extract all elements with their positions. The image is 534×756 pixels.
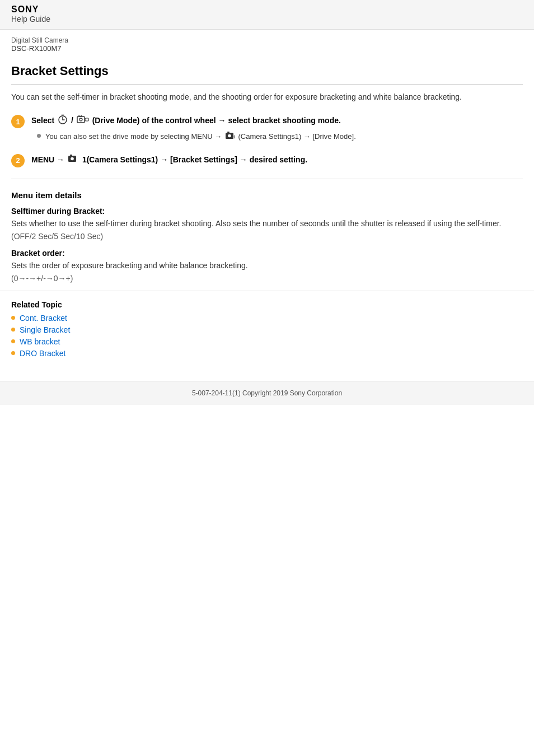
svg-rect-4 bbox=[77, 116, 85, 123]
menu-item-selftimer: Selftimer during Bracket: Sets whether t… bbox=[11, 207, 523, 241]
selftimer-title: Selftimer during Bracket: bbox=[11, 207, 523, 216]
bracket-order-desc: Sets the order of exposure bracketing an… bbox=[11, 260, 523, 272]
related-bullet-3 bbox=[11, 351, 15, 355]
breadcrumb: Digital Still Camera DSC-RX100M7 bbox=[0, 30, 534, 53]
copyright-text: 5-007-204-11(1) Copyright 2019 Sony Corp… bbox=[192, 389, 342, 397]
related-bullet-2 bbox=[11, 339, 15, 343]
step-1: 1 Select / bbox=[11, 114, 523, 143]
page-title: Bracket Settings bbox=[11, 64, 523, 85]
help-guide-label: Help Guide bbox=[11, 15, 523, 24]
step-2-number: 2 bbox=[11, 154, 25, 167]
step-1-suffix: (Drive Mode) of the control wheel → sele… bbox=[92, 116, 341, 125]
menu-item-bracket-order: Bracket order: Sets the order of exposur… bbox=[11, 249, 523, 283]
svg-rect-7 bbox=[79, 115, 82, 117]
svg-point-9 bbox=[228, 134, 231, 138]
svg-text:1: 1 bbox=[233, 135, 235, 139]
intro-text: You can set the self-timer in bracket sh… bbox=[11, 91, 523, 103]
divider-1 bbox=[11, 179, 523, 179]
related-item-3: DRO Bracket bbox=[11, 349, 523, 358]
step-1-content: Select / bbox=[31, 114, 523, 143]
footer: 5-007-204-11(1) Copyright 2019 Sony Corp… bbox=[0, 381, 534, 405]
step-1-note-bullet bbox=[37, 134, 41, 138]
related-link-dro-bracket[interactable]: DRO Bracket bbox=[20, 349, 65, 358]
related-link-cont-bracket[interactable]: Cont. Bracket bbox=[20, 314, 67, 323]
camera-model: DSC-RX100M7 bbox=[11, 44, 523, 53]
step-1-number: 1 bbox=[11, 115, 25, 128]
selftimer-values: (OFF/2 Sec/5 Sec/10 Sec) bbox=[11, 232, 523, 241]
related-bullet-0 bbox=[11, 316, 15, 320]
step-2-suffix: 1(Camera Settings1) → [Bracket Settings]… bbox=[82, 155, 307, 164]
step-1-slash: / bbox=[71, 116, 73, 125]
menu-details-section: Menu item details Selftimer during Brack… bbox=[11, 190, 523, 283]
svg-rect-14 bbox=[70, 155, 72, 156]
step-2-content: MENU → 1(Camera Settings1) → [Bracket Se… bbox=[31, 153, 523, 166]
drive-mode-icon bbox=[77, 114, 89, 128]
camera-settings1-icon-note: 1 bbox=[225, 131, 235, 143]
header: SONY Help Guide bbox=[0, 0, 534, 30]
related-link-single-bracket[interactable]: Single Bracket bbox=[20, 325, 70, 334]
related-bullet-1 bbox=[11, 328, 15, 332]
step-2-text: MENU → 1(Camera Settings1) → [Bracket Se… bbox=[31, 153, 523, 166]
svg-point-5 bbox=[79, 118, 82, 121]
related-link-wb-bracket[interactable]: WB bracket bbox=[20, 337, 60, 346]
related-title: Related Topic bbox=[11, 300, 523, 309]
related-section: Related Topic Cont. Bracket Single Brack… bbox=[0, 291, 534, 370]
step-1-text: Select / bbox=[31, 114, 523, 128]
selftimer-desc: Sets whether to use the self-timer durin… bbox=[11, 218, 523, 230]
step-1-note-text: You can also set the drive mode by selec… bbox=[45, 131, 356, 143]
related-item-2: WB bracket bbox=[11, 337, 523, 346]
related-item-0: Cont. Bracket bbox=[11, 314, 523, 323]
bracket-order-title: Bracket order: bbox=[11, 249, 523, 258]
related-item-1: Single Bracket bbox=[11, 325, 523, 334]
step-2: 2 MENU → 1(Camera Settings1) → [Bracket … bbox=[11, 153, 523, 167]
step-2-menu: MENU → bbox=[31, 155, 67, 164]
svg-rect-10 bbox=[227, 132, 229, 133]
brand-logo: SONY bbox=[11, 4, 523, 15]
related-list: Cont. Bracket Single Bracket WB bracket … bbox=[11, 314, 523, 358]
svg-rect-6 bbox=[85, 118, 88, 121]
step-1-prefix: Select bbox=[31, 116, 57, 125]
menu-details-title: Menu item details bbox=[11, 190, 523, 200]
main-content: Bracket Settings You can set the self-ti… bbox=[0, 53, 534, 283]
bracket-order-values: (0→-→+/-→0→+) bbox=[11, 274, 523, 283]
svg-point-13 bbox=[71, 157, 74, 161]
camera-settings1-icon-step2 bbox=[68, 154, 79, 166]
camera-type: Digital Still Camera bbox=[11, 36, 523, 44]
timer-icon bbox=[58, 114, 68, 128]
step-1-note: You can also set the drive mode by selec… bbox=[37, 131, 523, 143]
